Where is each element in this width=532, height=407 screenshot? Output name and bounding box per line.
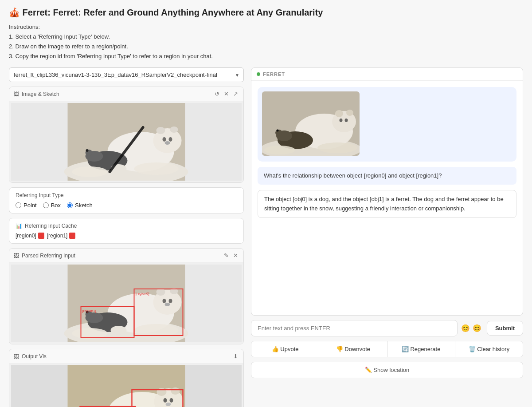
chat-messages: What's the relationship between object [… xyxy=(251,81,523,315)
cache-tag-region0: [region0] xyxy=(16,233,44,239)
output-header-icons: ⬇ xyxy=(232,352,239,360)
parsed-close-icon[interactable]: ✕ xyxy=(232,251,239,260)
svg-point-6 xyxy=(163,137,166,142)
expand-icon[interactable]: ↗ xyxy=(232,90,239,98)
user-message-bubble: What's the relationship between object [… xyxy=(258,167,516,185)
instruction-step-1: 1. Select a 'Referring Input Type' below… xyxy=(9,32,523,42)
svg-point-5 xyxy=(170,126,178,133)
svg-point-42 xyxy=(171,387,180,395)
svg-point-31 xyxy=(134,324,179,336)
svg-point-67 xyxy=(346,110,353,116)
svg-point-14 xyxy=(134,162,179,175)
show-location-button[interactable]: ✏️ Show location xyxy=(251,362,523,378)
output-vis-panel: 🖼 Output Vis ⬇ xyxy=(9,349,244,407)
page-title: 🎪 Ferret: Ferret: Refer and Ground Anyth… xyxy=(9,7,523,18)
chat-image-bubble xyxy=(258,87,516,162)
parsed-icon: 🖼 xyxy=(14,253,19,259)
radio-box-label: Box xyxy=(51,202,61,209)
chat-input-row: 😊 😊 Submit xyxy=(251,320,523,336)
clear-history-button[interactable]: 🗑️ Clear history xyxy=(455,341,523,357)
svg-point-13 xyxy=(72,166,108,177)
parsed-label: Parsed Referring Input xyxy=(22,253,75,259)
svg-point-4 xyxy=(156,127,165,134)
radio-box[interactable]: Box xyxy=(43,202,61,209)
user-message-text: What's the relationship between object [… xyxy=(264,172,442,179)
image-sketch-header: 🖼 Image & Sketch ↺ ✕ ↗ xyxy=(9,87,243,101)
image-sketch-panel: 🖼 Image & Sketch ↺ ✕ ↗ xyxy=(9,87,244,183)
cache-tag-region1: [region1] xyxy=(47,233,76,239)
ferret-dot-icon xyxy=(257,72,260,76)
output-label: Output Vis xyxy=(22,353,47,360)
svg-point-41 xyxy=(157,388,167,396)
downvote-button[interactable]: 👎 Downvote xyxy=(319,341,387,357)
svg-point-24 xyxy=(169,299,172,303)
refresh-icon[interactable]: ↺ xyxy=(214,90,220,98)
instruction-step-3: 3. Copy the region id from 'Referring In… xyxy=(9,51,523,61)
chart-icon: 📊 xyxy=(16,223,22,229)
chat-image-svg xyxy=(262,91,360,156)
svg-point-23 xyxy=(163,299,166,303)
instructions-label: Instructions: xyxy=(9,22,523,32)
chat-header: FERRET xyxy=(251,68,523,81)
referring-input-cache-section: 📊 Referring Input Cache [region0] [regio… xyxy=(9,218,244,244)
output-download-icon[interactable]: ⬇ xyxy=(232,352,239,360)
svg-point-72 xyxy=(275,130,282,136)
svg-point-43 xyxy=(164,398,167,403)
radio-point[interactable]: Point xyxy=(16,202,37,209)
region1-label: [region1] xyxy=(47,233,68,239)
output-icon: 🖼 xyxy=(14,353,19,360)
parsed-image-area: [region0] [region1] xyxy=(9,263,243,344)
svg-text:[region1]: [region1] xyxy=(82,309,96,313)
submit-button[interactable]: Submit xyxy=(487,321,523,336)
image-sketch-icon: 🖼 xyxy=(14,91,19,97)
output-image-area: [region0] [region1] xyxy=(9,364,243,407)
region0-color xyxy=(38,233,44,239)
cache-tags: [region0] [region1] xyxy=(16,233,237,239)
svg-point-8 xyxy=(165,141,170,145)
region0-label: [region0] xyxy=(16,233,36,239)
output-header-left: 🖼 Output Vis xyxy=(14,353,47,360)
model-select[interactable]: ferret_ft_clipL336_vicunav1-3-13b_3Ep_da… xyxy=(9,67,244,82)
right-panel: FERRET xyxy=(251,67,523,378)
svg-point-75 xyxy=(317,142,357,153)
parsed-header-left: 🖼 Parsed Referring Input xyxy=(14,253,75,259)
svg-point-74 xyxy=(264,146,295,154)
output-image-container: [region0] [region1] xyxy=(11,365,242,407)
chat-text-input[interactable] xyxy=(251,320,458,336)
model-selector-wrapper: ferret_ft_clipL336_vicunav1-3-13b_3Ep_da… xyxy=(9,67,244,82)
parsed-scene-svg: [region0] [region1] xyxy=(11,265,242,342)
upvote-button[interactable]: 👍 Upvote xyxy=(251,341,319,357)
action-buttons: 👍 Upvote 👎 Downvote 🔄 Regenerate 🗑️ Clea… xyxy=(251,341,523,357)
image-sketch-label: Image & Sketch xyxy=(22,91,59,97)
left-panel: ferret_ft_clipL336_vicunav1-3-13b_3Ep_da… xyxy=(9,67,244,407)
svg-point-30 xyxy=(72,328,108,339)
radio-sketch-label: Sketch xyxy=(75,202,93,209)
parsed-image-container: [region0] [region1] xyxy=(11,265,242,342)
sketch-image-area xyxy=(9,101,243,182)
radio-sketch[interactable]: Sketch xyxy=(67,202,93,209)
svg-point-44 xyxy=(170,398,173,403)
ai-response-text: The object [obj0] is a dog, and the obje… xyxy=(264,196,504,212)
svg-text:[region0]: [region0] xyxy=(136,292,149,296)
sketch-image-container[interactable] xyxy=(11,103,242,181)
svg-point-66 xyxy=(335,110,343,117)
image-sketch-header-left: 🖼 Image & Sketch xyxy=(14,91,59,97)
svg-point-32 xyxy=(111,326,127,335)
regenerate-button[interactable]: 🔄 Regenerate xyxy=(387,341,455,357)
output-scene-svg: [region0] [region1] xyxy=(11,365,242,407)
svg-point-25 xyxy=(165,303,170,306)
svg-point-21 xyxy=(156,288,165,296)
svg-point-69 xyxy=(345,119,348,122)
close-icon[interactable]: ✕ xyxy=(223,90,230,98)
referring-input-type-section: Referring Input Type Point Box Sketch xyxy=(9,187,244,213)
emoji-icon-2: 😊 xyxy=(473,324,481,332)
svg-point-68 xyxy=(340,119,343,122)
region1-color xyxy=(69,233,75,239)
parsed-header: 🖼 Parsed Referring Input ✎ ✕ xyxy=(9,249,243,263)
parsed-header-icons: ✎ ✕ xyxy=(223,251,239,260)
parsed-edit-icon[interactable]: ✎ xyxy=(223,251,230,260)
sketch-scene-svg xyxy=(11,103,242,181)
instructions: Instructions: 1. Select a 'Referring Inp… xyxy=(9,22,523,61)
radio-group: Point Box Sketch xyxy=(16,202,237,209)
svg-point-45 xyxy=(166,403,171,406)
